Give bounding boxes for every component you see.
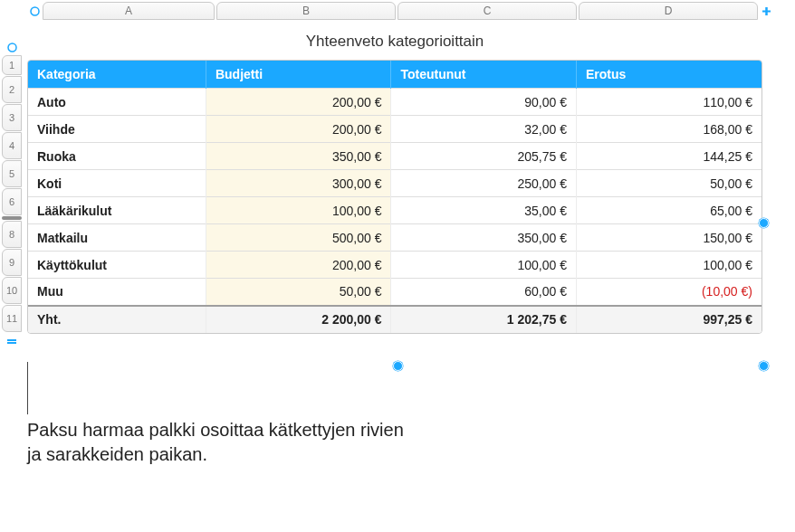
cell-budget[interactable]: 500,00 € xyxy=(206,224,391,252)
cell-budget[interactable]: 350,00 € xyxy=(206,143,391,170)
cell-actual[interactable]: 35,00 € xyxy=(391,197,577,224)
header-diff[interactable]: Erotus xyxy=(576,61,761,89)
selection-handle[interactable] xyxy=(393,361,403,371)
table-row[interactable]: Koti300,00 €250,00 €50,00 € xyxy=(28,170,761,197)
svg-point-5 xyxy=(8,43,16,52)
table-row[interactable]: Käyttökulut200,00 €100,00 €100,00 € xyxy=(28,252,761,279)
cell-actual[interactable]: 60,00 € xyxy=(391,279,577,306)
row-header-bar: 123456891011 xyxy=(2,40,22,347)
cell-category[interactable]: Matkailu xyxy=(28,224,206,252)
row-header-8[interactable]: 8 xyxy=(2,221,22,248)
cell-actual[interactable]: 100,00 € xyxy=(391,252,577,279)
column-header-C[interactable]: C xyxy=(398,2,577,20)
header-actual[interactable]: Toteutunut xyxy=(391,61,577,89)
cell-budget[interactable]: 50,00 € xyxy=(206,279,391,306)
table-title: Yhteenveto kategorioittain xyxy=(27,25,762,60)
row-header-4[interactable]: 4 xyxy=(2,132,22,159)
cell-budget[interactable]: 200,00 € xyxy=(206,116,391,143)
cell-diff[interactable]: 100,00 € xyxy=(576,252,761,279)
row-header-10[interactable]: 10 xyxy=(2,277,22,304)
summary-table[interactable]: Kategoria Budjetti Toteutunut Erotus Aut… xyxy=(28,61,761,333)
cell-actual[interactable]: 32,00 € xyxy=(391,116,577,143)
cell-category[interactable]: Koti xyxy=(28,170,206,197)
cell-actual[interactable]: 90,00 € xyxy=(391,89,577,116)
selection-handle[interactable] xyxy=(759,218,769,228)
cell-budget[interactable]: 100,00 € xyxy=(206,197,391,224)
cell-total-diff[interactable]: 997,25 € xyxy=(576,306,761,333)
callout-text: Paksu harmaa palkki osoittaa kätkettyjen… xyxy=(27,418,417,467)
row-header-9[interactable]: 9 xyxy=(2,249,22,276)
column-header-B[interactable]: B xyxy=(216,2,396,20)
cell-category[interactable]: Viihde xyxy=(28,116,206,143)
header-budget[interactable]: Budjetti xyxy=(206,61,391,89)
table-header-row[interactable]: Kategoria Budjetti Toteutunut Erotus xyxy=(28,61,761,89)
cell-actual[interactable]: 205,75 € xyxy=(391,143,577,170)
cell-category[interactable]: Auto xyxy=(28,89,206,116)
cell-budget[interactable]: 300,00 € xyxy=(206,170,391,197)
table-row[interactable]: Muu50,00 €60,00 €(10,00 €) xyxy=(28,279,761,306)
table-row[interactable]: Ruoka350,00 €205,75 €144,25 € xyxy=(28,143,761,170)
hidden-rows-indicator[interactable] xyxy=(2,216,22,220)
table-total-row[interactable]: Yht.2 200,00 €1 202,75 €997,25 € xyxy=(28,306,761,333)
selection-handle[interactable] xyxy=(759,361,769,371)
row-header-2[interactable]: 2 xyxy=(2,76,22,103)
header-category[interactable]: Kategoria xyxy=(28,61,206,89)
cell-actual[interactable]: 350,00 € xyxy=(391,224,577,252)
table-row[interactable]: Auto200,00 €90,00 €110,00 € xyxy=(28,89,761,116)
table-row[interactable]: Matkailu500,00 €350,00 €150,00 € xyxy=(28,224,761,252)
cell-category[interactable]: Lääkärikulut xyxy=(28,197,206,224)
spreadsheet-area: Yhteenveto kategorioittain Kategoria Bud… xyxy=(27,25,762,334)
cell-total-label[interactable]: Yht. xyxy=(28,306,206,333)
column-header-bar: A B C D xyxy=(27,2,781,20)
table-frame: Kategoria Budjetti Toteutunut Erotus Aut… xyxy=(27,60,762,334)
cell-actual[interactable]: 250,00 € xyxy=(391,170,577,197)
row-corner-top[interactable] xyxy=(2,40,22,54)
select-all-handle[interactable] xyxy=(27,2,42,20)
svg-rect-8 xyxy=(7,339,16,341)
row-header-11[interactable]: 11 xyxy=(2,305,22,332)
svg-rect-9 xyxy=(7,342,16,344)
cell-category[interactable]: Muu xyxy=(28,279,206,306)
cell-diff[interactable]: 65,00 € xyxy=(576,197,761,224)
cell-diff[interactable]: 168,00 € xyxy=(576,116,761,143)
table-row[interactable]: Lääkärikulut100,00 €35,00 €65,00 € xyxy=(28,197,761,224)
cell-total-actual[interactable]: 1 202,75 € xyxy=(391,306,577,333)
cell-category[interactable]: Käyttökulut xyxy=(28,252,206,279)
cell-budget[interactable]: 200,00 € xyxy=(206,89,391,116)
table-row[interactable]: Viihde200,00 €32,00 €168,00 € xyxy=(28,116,761,143)
cell-budget[interactable]: 200,00 € xyxy=(206,252,391,279)
cell-diff[interactable]: (10,00 €) xyxy=(576,279,761,306)
column-header-A[interactable]: A xyxy=(43,2,215,20)
cell-total-budget[interactable]: 2 200,00 € xyxy=(206,306,391,333)
row-header-6[interactable]: 6 xyxy=(2,188,22,215)
add-column-handle[interactable] xyxy=(759,2,773,20)
row-header-5[interactable]: 5 xyxy=(2,160,22,187)
svg-point-0 xyxy=(31,7,39,15)
column-header-D[interactable]: D xyxy=(579,2,758,20)
callout-line xyxy=(27,362,28,414)
row-header-1[interactable]: 1 xyxy=(2,55,22,75)
svg-rect-4 xyxy=(762,10,771,12)
cell-diff[interactable]: 50,00 € xyxy=(576,170,761,197)
cell-category[interactable]: Ruoka xyxy=(28,143,206,170)
row-header-3[interactable]: 3 xyxy=(2,104,22,131)
cell-diff[interactable]: 150,00 € xyxy=(576,224,761,252)
cell-diff[interactable]: 144,25 € xyxy=(576,143,761,170)
cell-diff[interactable]: 110,00 € xyxy=(576,89,761,116)
add-row-handle[interactable] xyxy=(2,333,22,347)
